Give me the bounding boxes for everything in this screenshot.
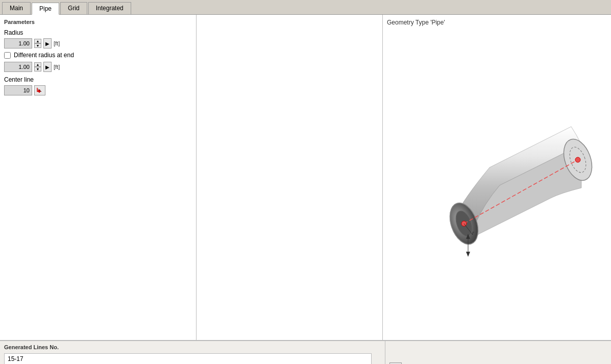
different-radius-row: Different radius at end bbox=[4, 52, 192, 59]
parameters-label: Parameters bbox=[4, 19, 192, 25]
right-panel: Geometry Type 'Pipe' bbox=[383, 15, 611, 341]
radius-up[interactable]: ▲ bbox=[34, 39, 41, 43]
tab-main[interactable]: Main bbox=[2, 2, 31, 14]
geometry-title: Geometry Type 'Pipe' bbox=[387, 19, 607, 26]
radius2-arrow[interactable]: ▶ bbox=[43, 62, 52, 72]
radius2-unit: [ft] bbox=[54, 64, 60, 70]
tab-grid[interactable]: Grid bbox=[60, 2, 87, 14]
radius-input-row: ▲ ▼ ▶ [ft] bbox=[4, 38, 192, 48]
mid-panel bbox=[197, 15, 383, 341]
center-line-select-btn[interactable]: ✕ bbox=[34, 85, 45, 95]
main-content: Parameters Radius ▲ ▼ ▶ [ft] Different r… bbox=[0, 15, 611, 341]
radius-input[interactable] bbox=[4, 38, 32, 48]
radius2-spinner[interactable]: ▲ ▼ bbox=[34, 62, 41, 71]
svg-text:✕: ✕ bbox=[37, 88, 41, 93]
tab-pipe[interactable]: Pipe bbox=[32, 3, 59, 15]
radius2-up[interactable]: ▲ bbox=[34, 62, 41, 67]
different-radius-checkbox[interactable] bbox=[4, 52, 11, 59]
radius-unit: [ft] bbox=[54, 40, 60, 46]
bottom-bar: Generated Lines No. 15-17 bbox=[0, 341, 611, 364]
tab-integrated[interactable]: Integrated bbox=[88, 2, 131, 14]
center-line-row: ✕ bbox=[4, 85, 192, 95]
radius-arrow[interactable]: ▶ bbox=[43, 38, 52, 48]
bottom-right-panel bbox=[385, 341, 611, 364]
bottom-left-panel: Generated Lines No. 15-17 bbox=[0, 341, 385, 364]
svg-point-11 bbox=[575, 157, 580, 162]
generated-lines-label: Generated Lines No. bbox=[4, 344, 381, 350]
svg-marker-15 bbox=[466, 252, 470, 257]
radius2-input[interactable] bbox=[4, 62, 32, 72]
different-radius-label: Different radius at end bbox=[14, 52, 74, 59]
pipe-illustration: r bbox=[403, 35, 601, 330]
center-line-label: Center line bbox=[4, 76, 192, 83]
radius2-down[interactable]: ▼ bbox=[34, 67, 41, 71]
radius2-input-row: ▲ ▼ ▶ [ft] bbox=[4, 62, 192, 72]
radius-label: Radius bbox=[4, 29, 192, 36]
radius-spinner[interactable]: ▲ ▼ bbox=[34, 39, 41, 48]
generated-lines-value: 15-17 bbox=[4, 353, 372, 364]
radius-down[interactable]: ▼ bbox=[34, 43, 41, 48]
tab-bar: Main Pipe Grid Integrated bbox=[0, 0, 611, 15]
center-line-input[interactable] bbox=[4, 85, 32, 95]
left-panel: Parameters Radius ▲ ▼ ▶ [ft] Different r… bbox=[0, 15, 197, 341]
